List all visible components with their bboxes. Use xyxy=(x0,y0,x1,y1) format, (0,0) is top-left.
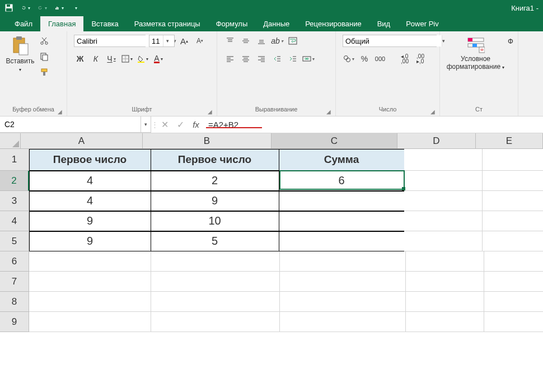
increase-indent-icon[interactable] xyxy=(287,53,299,65)
cell-B1[interactable]: Первое число xyxy=(151,149,279,171)
cell-E8[interactable] xyxy=(484,292,543,312)
align-top-icon[interactable] xyxy=(224,35,236,47)
cell-E1[interactable] xyxy=(483,149,543,171)
column-header-C[interactable]: C xyxy=(272,133,397,149)
cell-D2[interactable] xyxy=(404,171,483,191)
cell-A6[interactable] xyxy=(29,251,151,272)
cell-A5[interactable]: 9 xyxy=(29,231,151,251)
cell-C8[interactable] xyxy=(280,292,406,312)
cell-E4[interactable] xyxy=(483,211,543,231)
paste-button[interactable]: Вставить ▾ xyxy=(4,34,36,73)
tab-formulas[interactable]: Формулы xyxy=(208,16,256,31)
cut-icon[interactable] xyxy=(38,35,50,47)
row-header-1[interactable]: 1 xyxy=(0,149,29,171)
italic-button[interactable]: К xyxy=(90,53,102,65)
row-header-2[interactable]: 2 xyxy=(0,171,29,191)
chart-icon[interactable]: ▾ xyxy=(55,3,64,12)
column-header-D[interactable]: D xyxy=(397,133,476,149)
number-launcher[interactable]: ◢ xyxy=(430,109,435,115)
conditional-formatting-button[interactable]: Условное форматирование ▾ xyxy=(444,34,507,71)
cell-E9[interactable] xyxy=(484,312,543,332)
select-all-corner[interactable] xyxy=(0,133,21,149)
decrease-font-icon[interactable]: A▾ xyxy=(194,35,206,47)
insert-function-icon[interactable]: fx xyxy=(188,116,204,133)
cell-B7[interactable] xyxy=(151,272,280,292)
qat-customize-icon[interactable]: ▾ xyxy=(72,3,81,12)
percent-format-icon[interactable]: % xyxy=(358,53,371,65)
orientation-icon[interactable]: ab xyxy=(271,35,283,47)
align-center-icon[interactable] xyxy=(240,53,252,65)
wrap-text-icon[interactable] xyxy=(287,35,299,47)
cell-D1[interactable] xyxy=(404,149,483,171)
accounting-format-icon[interactable] xyxy=(343,53,355,65)
name-box-dropdown[interactable]: ▾ xyxy=(141,116,151,133)
increase-font-icon[interactable]: A▴ xyxy=(178,35,190,47)
tab-home[interactable]: Главная xyxy=(40,16,83,31)
cell-D7[interactable] xyxy=(406,272,484,292)
undo-icon[interactable]: ▾ xyxy=(21,3,30,12)
cell-A1[interactable]: Первое число xyxy=(29,149,151,171)
cell-E5[interactable] xyxy=(483,231,543,251)
cell-D6[interactable] xyxy=(406,251,484,272)
cell-B6[interactable] xyxy=(151,251,280,272)
cell-C4[interactable] xyxy=(279,211,405,231)
cell-C5[interactable] xyxy=(279,231,405,251)
column-header-E[interactable]: E xyxy=(476,133,543,149)
align-right-icon[interactable] xyxy=(255,53,268,65)
tab-insert[interactable]: Вставка xyxy=(83,16,126,31)
enter-formula-icon[interactable]: ✓ xyxy=(172,116,188,133)
decrease-indent-icon[interactable] xyxy=(271,53,283,65)
cell-B5[interactable]: 5 xyxy=(151,231,279,251)
increase-decimal-icon[interactable]: ◂,0,00 xyxy=(399,53,411,65)
cell-D3[interactable] xyxy=(404,191,483,211)
cell-A8[interactable] xyxy=(29,292,151,312)
cell-C9[interactable] xyxy=(280,312,406,332)
underline-button[interactable]: Ч xyxy=(105,53,118,65)
alignment-launcher[interactable]: ◢ xyxy=(326,109,331,115)
column-header-B[interactable]: B xyxy=(143,133,272,149)
tab-powerpivot[interactable]: Power Piv xyxy=(398,16,447,31)
font-color-button[interactable]: A▾ xyxy=(152,53,165,65)
cell-D4[interactable] xyxy=(404,211,483,231)
cell-B4[interactable]: 10 xyxy=(151,211,279,231)
cell-C2[interactable]: 6 xyxy=(279,171,405,191)
name-box-input[interactable] xyxy=(0,116,141,133)
font-size-combo[interactable]: ▾ xyxy=(149,35,175,47)
row-header-3[interactable]: 3 xyxy=(0,191,29,211)
tab-data[interactable]: Данные xyxy=(255,16,297,31)
borders-button[interactable]: ▾ xyxy=(121,53,133,65)
row-header-8[interactable]: 8 xyxy=(0,292,29,312)
copy-icon[interactable] xyxy=(38,50,50,63)
cell-D5[interactable] xyxy=(404,231,483,251)
name-box[interactable]: ▾ xyxy=(0,116,151,133)
fill-color-button[interactable]: ▾ xyxy=(137,53,149,65)
row-header-6[interactable]: 6 xyxy=(0,251,29,272)
cell-E3[interactable] xyxy=(483,191,543,211)
cell-E7[interactable] xyxy=(484,272,543,292)
tab-page-layout[interactable]: Разметка страницы xyxy=(127,16,208,31)
format-painter-icon[interactable] xyxy=(38,66,50,78)
cell-E6[interactable] xyxy=(484,251,543,272)
decrease-decimal-icon[interactable]: ,00▸,0 xyxy=(414,53,427,65)
tab-file[interactable]: Файл xyxy=(7,16,40,31)
cell-C7[interactable] xyxy=(280,272,406,292)
redo-icon[interactable]: ▾ xyxy=(38,3,47,12)
cell-B8[interactable] xyxy=(151,292,280,312)
cell-A9[interactable] xyxy=(29,312,151,332)
cell-C1[interactable]: Сумма xyxy=(279,149,405,171)
row-header-4[interactable]: 4 xyxy=(0,211,29,231)
format-as-table-partial[interactable]: Ф xyxy=(507,34,513,45)
formula-input[interactable]: =A2+B2 xyxy=(204,120,543,129)
cell-C6[interactable] xyxy=(280,251,406,272)
cell-D9[interactable] xyxy=(406,312,484,332)
align-left-icon[interactable] xyxy=(224,53,236,65)
cell-A4[interactable]: 9 xyxy=(29,211,151,231)
align-bottom-icon[interactable] xyxy=(255,35,268,47)
cell-B2[interactable]: 2 xyxy=(151,171,279,191)
cancel-formula-icon[interactable]: ✕ xyxy=(157,116,172,133)
tab-review[interactable]: Рецензирование xyxy=(297,16,369,31)
row-header-9[interactable]: 9 xyxy=(0,312,29,332)
font-launcher[interactable]: ◢ xyxy=(208,109,212,115)
cell-E2[interactable] xyxy=(483,171,543,191)
cell-A7[interactable] xyxy=(29,272,151,292)
